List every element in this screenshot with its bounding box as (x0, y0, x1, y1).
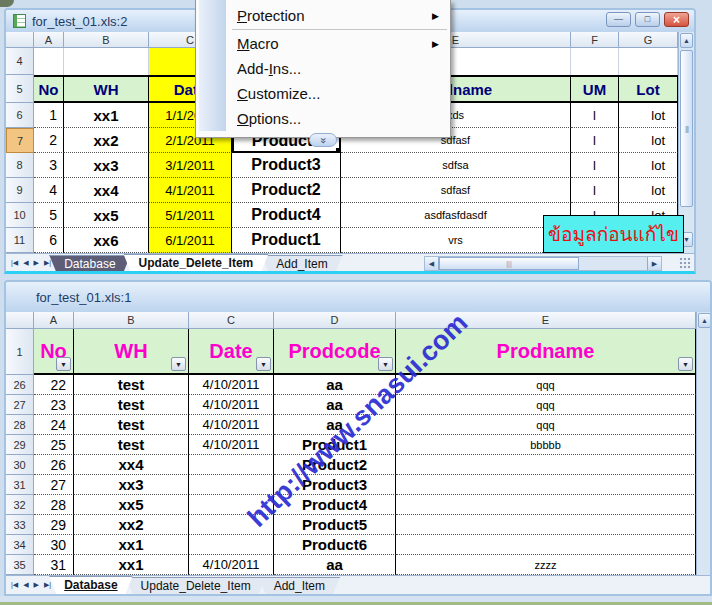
cell-B11[interactable]: xx6 (64, 228, 149, 253)
scroll-right-button[interactable]: ▶ (647, 257, 661, 270)
cell-A32[interactable]: 28 (34, 495, 74, 515)
cell-B35[interactable]: xx1 (74, 555, 189, 575)
row-header-34[interactable]: 34 (6, 535, 34, 555)
cell-A33[interactable]: 29 (34, 515, 74, 535)
sheet-tab-add_item[interactable]: Add_Item (259, 577, 340, 594)
cell-C9[interactable]: 4/1/2011 (149, 178, 232, 203)
cell-C11[interactable]: 6/1/2011 (149, 228, 232, 253)
cell-D11[interactable]: Product1 (232, 228, 341, 253)
cell-C8[interactable]: 3/1/2011 (149, 153, 232, 178)
scroll-up-button[interactable]: ▲ (680, 33, 693, 48)
cell-C31[interactable] (189, 475, 274, 495)
header-cell-um[interactable]: UM (571, 75, 619, 103)
sheet-tab-update_delete_item[interactable]: Update_Delete_Item (126, 577, 266, 594)
row-header-30[interactable]: 30 (6, 455, 34, 475)
row-header-4[interactable]: 4 (6, 48, 34, 75)
cell-A29[interactable]: 25 (34, 435, 74, 455)
cell-A4[interactable] (34, 48, 64, 75)
tab-prev-button[interactable]: ◀ (23, 259, 28, 267)
cell-A10[interactable]: 5 (34, 203, 64, 228)
row-header-6[interactable]: 6 (6, 103, 34, 128)
row-header-1[interactable]: 1 (6, 329, 34, 375)
cell-C33[interactable] (189, 515, 274, 535)
column-header-D[interactable]: D (274, 312, 396, 329)
cell-D10[interactable]: Product4 (232, 203, 341, 228)
column-header-A[interactable]: A (34, 32, 64, 48)
scroll-up-button[interactable]: ▲ (698, 313, 711, 328)
cell-B31[interactable]: xx3 (74, 475, 189, 495)
cell-D9[interactable]: Product2 (232, 178, 341, 203)
header-cell-lot[interactable]: Lot (619, 75, 678, 103)
cell-A8[interactable]: 3 (34, 153, 64, 178)
cell-D27[interactable]: aa (274, 395, 396, 415)
cell-G4[interactable] (619, 48, 678, 75)
tab-first-button[interactable]: |◀ (11, 259, 18, 267)
sheet-tab-database[interactable]: Database (49, 255, 130, 272)
cell-F9[interactable]: l (571, 178, 619, 203)
cell-G9[interactable]: lot (619, 178, 678, 203)
cell-A6[interactable]: 1 (34, 103, 64, 128)
header-cell-wh[interactable]: WH (64, 75, 149, 103)
row-header-5[interactable]: 5 (6, 75, 34, 103)
cell-A34[interactable]: 30 (34, 535, 74, 555)
vertical-scrollbar[interactable]: ▲ (696, 312, 712, 575)
cell-B32[interactable]: xx5 (74, 495, 189, 515)
cell-D35[interactable]: aa (274, 555, 396, 575)
tab-first-button[interactable]: |◀ (11, 581, 18, 589)
cell-A11[interactable]: 6 (34, 228, 64, 253)
filter-button-wh[interactable]: ▼ (171, 357, 186, 371)
cell-E35[interactable]: zzzz (396, 555, 696, 575)
cell-C30[interactable] (189, 455, 274, 475)
cell-B34[interactable]: xx1 (74, 535, 189, 555)
sheet-tab-add_item[interactable]: Add_Item (261, 255, 342, 272)
cell-D31[interactable]: Product3 (274, 475, 396, 495)
cell-E32[interactable] (396, 495, 696, 515)
cell-B9[interactable]: xx4 (64, 178, 149, 203)
cell-B8[interactable]: xx3 (64, 153, 149, 178)
row-header-32[interactable]: 32 (6, 495, 34, 515)
cell-D28[interactable]: aa (274, 415, 396, 435)
cell-E27[interactable]: qqq (396, 395, 696, 415)
cell-A7[interactable]: 2 (34, 128, 64, 153)
cell-F7[interactable]: l (571, 128, 619, 153)
cell-B26[interactable]: test (74, 375, 189, 395)
tab-split-grip-icon[interactable] (679, 257, 692, 270)
header-cell-prodcode[interactable]: Prodcode▼ (274, 329, 396, 375)
cell-B30[interactable]: xx4 (74, 455, 189, 475)
cell-G7[interactable]: lot (619, 128, 678, 153)
cell-B33[interactable]: xx2 (74, 515, 189, 535)
cell-E8[interactable]: sdfsa (341, 153, 571, 178)
column-header-F[interactable]: F (571, 32, 619, 48)
hscrollbar-track[interactable] (579, 257, 647, 270)
row-header-28[interactable]: 28 (6, 415, 34, 435)
cell-F4[interactable] (571, 48, 619, 75)
row-header-10[interactable]: 10 (6, 203, 34, 228)
header-cell-date[interactable]: Date▼ (189, 329, 274, 375)
hscrollbar-thumb[interactable]: ||| (439, 257, 579, 270)
tab-last-button[interactable]: ▶| (44, 259, 51, 267)
cell-E10[interactable]: asdfasfdasdf (341, 203, 571, 228)
cell-A35[interactable]: 31 (34, 555, 74, 575)
cell-E34[interactable] (396, 535, 696, 555)
cell-C34[interactable] (189, 535, 274, 555)
scroll-left-button[interactable]: ◀ (425, 257, 439, 270)
cell-B7[interactable]: xx2 (64, 128, 149, 153)
cell-D8[interactable]: Product3 (232, 153, 341, 178)
cell-C10[interactable]: 5/1/2011 (149, 203, 232, 228)
sheet-tab-update_delete_item[interactable]: Update_Delete_Item (124, 254, 269, 272)
cell-B10[interactable]: xx5 (64, 203, 149, 228)
cell-D34[interactable]: Product6 (274, 535, 396, 555)
menu-item-add-ins[interactable]: Add-Ins... (196, 56, 450, 81)
cell-B6[interactable]: xx1 (64, 103, 149, 128)
cell-D26[interactable]: aa (274, 375, 396, 395)
select-all-corner[interactable] (6, 32, 34, 48)
cell-E31[interactable] (396, 475, 696, 495)
header-cell-prodname[interactable]: Prodname▼ (396, 329, 696, 375)
sheet-tab-database[interactable]: Database (49, 576, 132, 594)
cell-C29[interactable]: 4/10/2011 (189, 435, 274, 455)
filter-button-prodcode[interactable]: ▼ (378, 357, 393, 371)
cell-C35[interactable]: 4/10/2011 (189, 555, 274, 575)
cell-D29[interactable]: Product1 (274, 435, 396, 455)
row-header-31[interactable]: 31 (6, 475, 34, 495)
cell-A30[interactable]: 26 (34, 455, 74, 475)
